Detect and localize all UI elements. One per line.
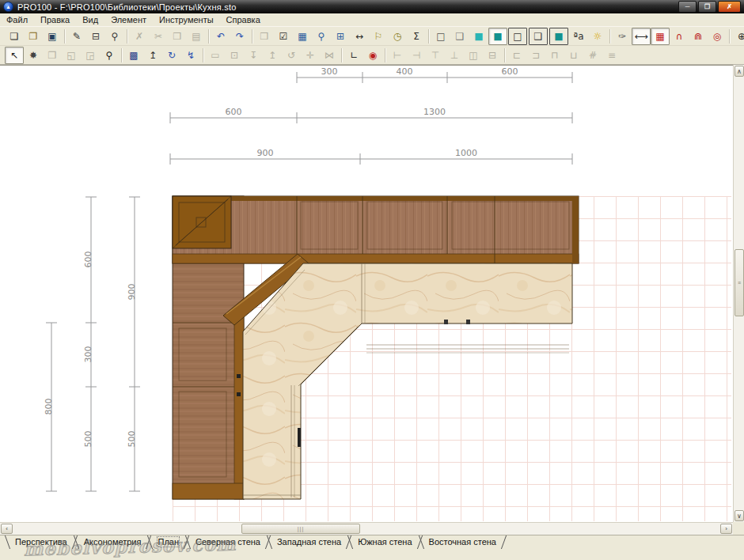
show-dimensions-button[interactable]: ↔ bbox=[350, 28, 369, 45]
vertical-scrollbar[interactable]: ∧ ≡ ∨ bbox=[733, 65, 744, 522]
print-preview-button[interactable]: ⚲ bbox=[105, 28, 124, 45]
auto-center-button[interactable]: ◎ bbox=[708, 28, 727, 45]
autosave-clock-button[interactable]: ◷ bbox=[388, 28, 407, 45]
menu-tools[interactable]: Инструменты bbox=[153, 15, 220, 25]
materials-button[interactable]: ✑ bbox=[613, 28, 632, 45]
stretch2-tool-button[interactable]: ◲ bbox=[81, 47, 100, 64]
new-button[interactable]: ❏ bbox=[5, 28, 24, 45]
view-wireframe-button[interactable]: □ bbox=[431, 28, 450, 45]
select-area-button[interactable]: ▭ bbox=[206, 47, 225, 64]
move-free-button[interactable]: ✛ bbox=[301, 47, 320, 64]
scroll-right-button[interactable]: › bbox=[720, 524, 732, 534]
dimension-lines-button[interactable]: ⟷ bbox=[632, 28, 651, 45]
stretch2-tool-icon: ◲ bbox=[85, 51, 94, 60]
price-list-button[interactable]: ⚲ bbox=[312, 28, 331, 45]
zoom-tool-icon: ⚲ bbox=[106, 51, 113, 60]
vertical-scroll-thumb[interactable]: ≡ bbox=[735, 249, 744, 316]
snap-button[interactable]: ∩ bbox=[670, 28, 689, 45]
light-button[interactable]: ☼ bbox=[588, 28, 607, 45]
hints-button[interactable]: ⚐ bbox=[369, 28, 388, 45]
edges-all-button[interactable]: □ bbox=[508, 28, 527, 45]
antialias-text-button[interactable]: ªa bbox=[569, 28, 588, 45]
menu-file[interactable]: Файл bbox=[0, 15, 34, 25]
menu-help[interactable]: Справка bbox=[220, 15, 267, 25]
corner-join-button[interactable]: ∟ bbox=[344, 47, 363, 64]
zoom-tool-button[interactable]: ⚲ bbox=[100, 47, 119, 64]
tab-plan[interactable]: План bbox=[147, 535, 189, 550]
snap-selection-button[interactable]: ▩ bbox=[124, 47, 143, 64]
delete-button[interactable]: ✗ bbox=[130, 28, 149, 45]
saw-tool-button[interactable]: ✸ bbox=[24, 47, 43, 64]
materials-icon: ✑ bbox=[618, 32, 626, 41]
view-color-button[interactable]: ■ bbox=[469, 28, 488, 45]
toolbar-separator bbox=[607, 29, 613, 44]
align-top-button[interactable]: ⊤ bbox=[426, 47, 445, 64]
minimize-button[interactable]: ─ bbox=[678, 1, 697, 13]
tab-north-wall[interactable]: Северная стена bbox=[185, 535, 271, 550]
rotate-tool-button[interactable]: ↻ bbox=[162, 47, 181, 64]
tab-south-wall[interactable]: Южная стена bbox=[347, 535, 422, 550]
center-view-button[interactable]: ◉ bbox=[363, 47, 382, 64]
antialias-text-icon: ªa bbox=[573, 32, 583, 41]
distribute-left-button[interactable]: ⊏ bbox=[507, 47, 526, 64]
save-button[interactable]: ▣ bbox=[43, 28, 62, 45]
horizontal-scroll-thumb[interactable]: ||| bbox=[241, 524, 360, 534]
kitchen-plan-view[interactable]: 300 400 600 600 1300 900 1000 800 600 30… bbox=[0, 66, 733, 522]
stretch-tool-button[interactable]: ◱ bbox=[62, 47, 81, 64]
distribute-top-button[interactable]: ⊓ bbox=[545, 47, 564, 64]
edges-visible-button[interactable]: ❑ bbox=[529, 28, 548, 45]
move-down-button[interactable]: ↧ bbox=[244, 47, 263, 64]
select-area2-button[interactable]: ⊡ bbox=[225, 47, 244, 64]
close-button[interactable]: ✗ bbox=[718, 1, 741, 13]
tab-axonometry[interactable]: Аксонометрия bbox=[74, 535, 152, 550]
menu-element[interactable]: Элемент bbox=[104, 15, 153, 25]
page-setup-button[interactable]: ✎ bbox=[67, 28, 86, 45]
tab-west-wall[interactable]: Западная стена bbox=[267, 535, 351, 550]
snap-to-center-button[interactable]: ⋒ bbox=[689, 28, 708, 45]
scroll-left-button[interactable]: ‹ bbox=[1, 524, 13, 534]
view-textured-button[interactable]: ■ bbox=[488, 28, 507, 45]
rotate-left-button[interactable]: ↺ bbox=[282, 47, 301, 64]
menu-view[interactable]: Вид bbox=[76, 15, 104, 25]
cut-button[interactable]: ✂ bbox=[149, 28, 168, 45]
distribute-v-button[interactable]: ≡ bbox=[602, 47, 621, 64]
open-button[interactable]: ❐ bbox=[24, 28, 43, 45]
align-center-v-button[interactable]: ⊟ bbox=[483, 47, 502, 64]
draw-tool-button[interactable]: ↯ bbox=[181, 47, 200, 64]
structure-button[interactable]: ⊞ bbox=[331, 28, 350, 45]
solid-fill-button[interactable]: ■ bbox=[549, 28, 568, 45]
horizontal-scrollbar[interactable]: ‹ ||| › bbox=[0, 522, 733, 535]
settings-button[interactable]: ☑ bbox=[274, 28, 293, 45]
grid-button[interactable]: ▦ bbox=[651, 28, 670, 45]
scroll-down-button[interactable]: ∨ bbox=[735, 510, 744, 521]
view-white-button[interactable]: ❑ bbox=[450, 28, 469, 45]
clone-tool-button[interactable]: ❐ bbox=[43, 47, 62, 64]
clone-tool-icon: ❐ bbox=[48, 51, 57, 60]
object-properties-button[interactable]: ❒ bbox=[255, 28, 274, 45]
summary-button[interactable]: Σ bbox=[407, 28, 426, 45]
align-left-button[interactable]: ⊢ bbox=[388, 47, 407, 64]
menu-edit[interactable]: Правка bbox=[34, 15, 76, 25]
copy-button[interactable]: ❒ bbox=[168, 28, 187, 45]
report-button[interactable]: ▦ bbox=[293, 28, 312, 45]
restore-button[interactable]: ❐ bbox=[698, 1, 716, 13]
print-button[interactable]: ⊟ bbox=[86, 28, 105, 45]
tab-east-wall[interactable]: Восточная стена bbox=[419, 535, 507, 550]
mirror-button[interactable]: ⋈ bbox=[320, 47, 339, 64]
move-to-top-button[interactable]: ↥ bbox=[143, 47, 162, 64]
distribute-h-button[interactable]: # bbox=[583, 47, 602, 64]
select-tool-button[interactable]: ↖ bbox=[5, 47, 24, 64]
paste-button[interactable]: ▤ bbox=[187, 28, 206, 45]
distribute-right-button[interactable]: ⊐ bbox=[526, 47, 545, 64]
redo-button[interactable]: ↷ bbox=[230, 28, 249, 45]
tab-perspective[interactable]: Перспектива bbox=[5, 535, 78, 550]
zoom-in-button[interactable]: ⊕ bbox=[732, 28, 744, 45]
distribute-bottom-button[interactable]: ⊔ bbox=[564, 47, 583, 64]
align-bottom-button[interactable]: ⊥ bbox=[445, 47, 464, 64]
align-center-h-button[interactable]: ◫ bbox=[464, 47, 483, 64]
undo-button[interactable]: ↶ bbox=[211, 28, 230, 45]
scroll-up-button[interactable]: ∧ bbox=[735, 66, 744, 77]
move-up-button[interactable]: ↥ bbox=[263, 47, 282, 64]
align-right-button[interactable]: ⊣ bbox=[407, 47, 426, 64]
drawing-canvas[interactable]: 300 400 600 600 1300 900 1000 800 600 30… bbox=[0, 65, 733, 522]
